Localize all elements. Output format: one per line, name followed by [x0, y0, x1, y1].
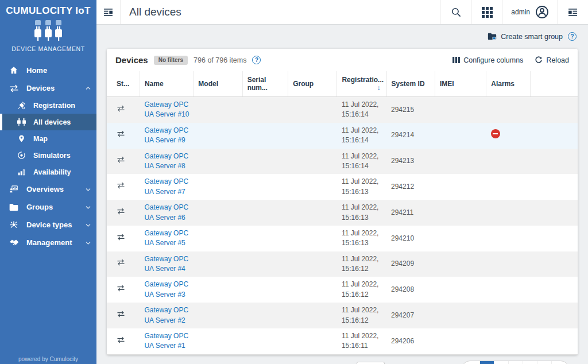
column-header-actions: [531, 71, 578, 97]
table-row[interactable]: Gateway OPC UA Server #8 11 Jul 2022, 15…: [107, 149, 578, 175]
status-connection-icon: [117, 259, 125, 266]
registration-date: 11 Jul 2022, 15:16:12: [342, 280, 379, 298]
sidebar-item-devices[interactable]: Devices: [0, 79, 96, 97]
prev-page-button[interactable]: ‹: [462, 361, 479, 364]
table-row[interactable]: Gateway OPC UA Server #7 11 Jul 2022, 15…: [107, 174, 578, 200]
group-cell: [288, 174, 337, 200]
app-switcher-button[interactable]: [471, 0, 502, 24]
right-drawer-button[interactable]: [557, 0, 588, 24]
column-header-model[interactable]: Model: [194, 71, 242, 97]
registration-date: 11 Jul 2022, 15:16:14: [342, 100, 379, 118]
registration-date: 11 Jul 2022, 15:16:14: [342, 152, 379, 170]
sidebar-item-label: Devices: [26, 84, 55, 92]
table-row[interactable]: Gateway OPC UA Server #5 11 Jul 2022, 15…: [107, 226, 578, 251]
device-name-link[interactable]: Gateway OPC UA Server #1: [144, 332, 188, 350]
search-button[interactable]: [440, 0, 471, 24]
table-footer: 1 - 10 of 796 Items per page 10 ‹ 1 2 3 …: [107, 354, 578, 364]
registration-date: 11 Jul 2022, 15:16:13: [342, 177, 379, 195]
device-name-link[interactable]: Gateway OPC UA Server #6: [144, 203, 188, 221]
items-per-page-select[interactable]: 10: [357, 362, 385, 364]
table-row[interactable]: Gateway OPC UA Server #10 11 Jul 2022, 1…: [107, 97, 578, 123]
status-connection-icon: [117, 336, 125, 343]
column-header-group[interactable]: Group: [288, 71, 337, 97]
reload-button[interactable]: Reload: [535, 56, 569, 64]
configure-columns-button[interactable]: Configure columns: [452, 56, 523, 64]
alarm-critical-icon[interactable]: [491, 129, 500, 138]
device-name-link[interactable]: Gateway OPC UA Server #4: [144, 255, 188, 273]
create-smart-group-button[interactable]: Create smart group: [488, 33, 563, 41]
system-id: 294208: [391, 285, 414, 293]
plug-icon: [16, 101, 26, 110]
device-name-link[interactable]: Gateway OPC UA Server #9: [144, 126, 188, 144]
table-row[interactable]: Gateway OPC UA Server #4 11 Jul 2022, 15…: [107, 251, 578, 277]
sort-desc-icon: ↓: [377, 84, 381, 92]
serial-cell: [242, 303, 288, 328]
table-row[interactable]: Gateway OPC UA Server #2 11 Jul 2022, 15…: [107, 303, 578, 328]
imei-cell: [435, 303, 486, 328]
imei-cell: [435, 277, 486, 303]
page-button-4[interactable]: 4: [523, 361, 537, 364]
system-id: 294207: [391, 311, 414, 319]
table-row[interactable]: Gateway OPC UA Server #6 11 Jul 2022, 15…: [107, 200, 578, 226]
column-header-serial[interactable]: Serial num...: [242, 71, 288, 97]
system-id: 294212: [391, 183, 414, 191]
sidebar-item-management[interactable]: Management: [0, 234, 96, 251]
column-header-alarms[interactable]: Alarms: [486, 71, 531, 97]
page-button-1[interactable]: 1: [479, 361, 494, 364]
page-button-3[interactable]: 3: [508, 361, 523, 364]
sidebar-item-simulators[interactable]: Simulators: [0, 147, 96, 164]
group-cell: [288, 251, 337, 277]
sidebar-item-map[interactable]: Map: [0, 130, 96, 147]
column-header-status[interactable]: St...: [107, 71, 140, 97]
system-id: 294206: [391, 337, 414, 345]
device-name-link[interactable]: Gateway OPC UA Server #2: [144, 306, 188, 324]
sidebar-item-availability[interactable]: Availability: [0, 164, 96, 180]
column-header-name[interactable]: Name: [140, 71, 193, 97]
device-name-link[interactable]: Gateway OPC UA Server #10: [144, 100, 189, 118]
devices-card: Devices No filters 796 of 796 items ? Co…: [107, 49, 578, 355]
device-name-link[interactable]: Gateway OPC UA Server #7: [144, 177, 188, 195]
sidebar-item-registration[interactable]: Registration: [0, 97, 96, 114]
device-name-link[interactable]: Gateway OPC UA Server #8: [144, 152, 188, 170]
chevron-down-icon: [86, 188, 91, 191]
model-cell: [194, 328, 242, 354]
device-name-link[interactable]: Gateway OPC UA Server #3: [144, 280, 188, 298]
sidebar-item-groups[interactable]: Groups: [0, 198, 96, 216]
column-header-registration[interactable]: Registratio...↓: [337, 71, 386, 97]
table-row[interactable]: Gateway OPC UA Server #3 11 Jul 2022, 15…: [107, 277, 578, 303]
user-menu[interactable]: admin: [502, 0, 557, 24]
table-row[interactable]: Gateway OPC UA Server #1 11 Jul 2022, 15…: [107, 328, 578, 354]
actions-cell: [531, 123, 578, 149]
group-cell: [288, 226, 337, 251]
help-icon[interactable]: ?: [252, 56, 261, 64]
system-id: 294215: [391, 106, 414, 114]
topbar-actions: admin: [440, 0, 588, 24]
sidebar-item-label: Home: [26, 66, 47, 75]
column-header-system-id[interactable]: System ID: [386, 71, 435, 97]
sidebar-item-all-devices[interactable]: All devices: [0, 114, 96, 130]
page-title: All devices: [121, 0, 181, 24]
group-cell: [288, 123, 337, 149]
model-cell: [194, 226, 242, 251]
next-page-button[interactable]: ›: [551, 361, 568, 364]
column-header-imei[interactable]: IMEI: [435, 71, 486, 97]
table-actions: Configure columns Reload: [452, 56, 569, 64]
serial-cell: [242, 174, 288, 200]
sidebar-item-home[interactable]: Home: [0, 61, 96, 79]
page-button-5[interactable]: 5: [537, 361, 551, 364]
registration-date: 11 Jul 2022, 15:16:13: [342, 203, 379, 221]
page-button-2[interactable]: 2: [494, 361, 508, 364]
help-icon[interactable]: ?: [568, 32, 577, 41]
table-row[interactable]: Gateway OPC UA Server #9 11 Jul 2022, 15…: [107, 123, 578, 149]
chevron-down-icon: [86, 206, 91, 209]
sidebar-item-overviews[interactable]: Overviews: [0, 180, 96, 198]
model-cell: [194, 277, 242, 303]
chevron-down-icon: [86, 223, 91, 227]
serial-cell: [242, 97, 288, 123]
collapse-navigator-button[interactable]: [96, 0, 121, 24]
device-name-link[interactable]: Gateway OPC UA Server #5: [144, 229, 188, 247]
sidebar-item-device-types[interactable]: Device types: [0, 216, 96, 234]
model-cell: [194, 303, 242, 328]
registration-date: 11 Jul 2022, 15:16:11: [342, 332, 379, 350]
system-id: 294213: [391, 157, 414, 165]
